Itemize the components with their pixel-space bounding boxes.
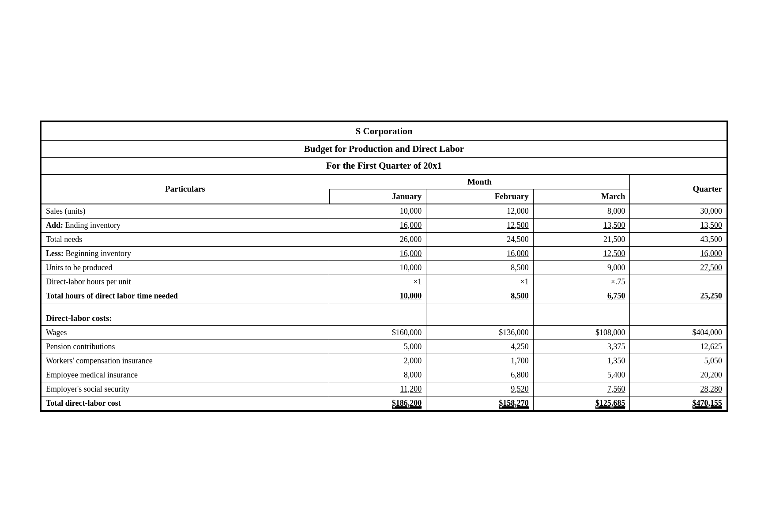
qtr-value: 27,500 xyxy=(630,260,727,275)
mar-value: 7,560 xyxy=(533,382,630,396)
row-label: Pension contributions xyxy=(41,340,329,354)
table-row: Units to be produced 10,000 8,500 9,000 … xyxy=(41,260,727,275)
jan-value: 2,000 xyxy=(329,354,426,368)
jan-value: 10,000 xyxy=(329,204,426,219)
feb-value: 6,800 xyxy=(426,368,533,382)
jan-value: 5,000 xyxy=(329,340,426,354)
table-row: Wages $160,000 $136,000 $108,000 $404,00… xyxy=(41,325,727,340)
row-label: Total hours of direct labor time needed xyxy=(41,289,329,303)
blank-cell xyxy=(41,303,329,311)
total-label: Total direct-labor cost xyxy=(41,396,329,411)
blank-cell xyxy=(426,303,533,311)
mar-value: 6,750 xyxy=(533,289,630,303)
qtr-value: 43,500 xyxy=(630,232,727,246)
table-row: Workers' compensation insurance 2,000 1,… xyxy=(41,354,727,368)
mar-value: 1,350 xyxy=(533,354,630,368)
jan-value: $160,000 xyxy=(329,325,426,340)
title-row-2: Budget for Production and Direct Labor xyxy=(41,140,727,157)
total-mar: $125,685 xyxy=(533,396,630,411)
table-row: Total needs 26,000 24,500 21,500 43,500 xyxy=(41,232,727,246)
budget-table: S Corporation Budget for Production and … xyxy=(41,121,727,411)
feb-value: 12,500 xyxy=(426,218,533,232)
row-label: Units to be produced xyxy=(41,260,329,275)
row-label: Employee medical insurance xyxy=(41,368,329,382)
title-line2: Budget for Production and Direct Labor xyxy=(41,140,727,157)
qtr-value: 12,625 xyxy=(630,340,727,354)
jan-value: 10,000 xyxy=(329,289,426,303)
qtr-value: 30,000 xyxy=(630,204,727,219)
jan-value: 10,000 xyxy=(329,260,426,275)
section-label: Direct-labor costs: xyxy=(41,311,329,325)
row-label: Wages xyxy=(41,325,329,340)
row-label: Total needs xyxy=(41,232,329,246)
feb-value: 1,700 xyxy=(426,354,533,368)
row-label: Sales (units) xyxy=(41,204,329,219)
blank-cell xyxy=(426,311,533,325)
qtr-value: 5,050 xyxy=(630,354,727,368)
blank-cell xyxy=(329,303,426,311)
qtr-value: 13,500 xyxy=(630,218,727,232)
qtr-value: 16,000 xyxy=(630,246,727,260)
qtr-value: 28,280 xyxy=(630,382,727,396)
qtr-value: 20,200 xyxy=(630,368,727,382)
jan-value: 8,000 xyxy=(329,368,426,382)
jan-value: 16,000 xyxy=(329,246,426,260)
title-line3: For the First Quarter of 20x1 xyxy=(41,157,727,174)
february-header: February xyxy=(426,189,533,204)
march-header: March xyxy=(533,189,630,204)
blank-cell xyxy=(533,303,630,311)
feb-value: 24,500 xyxy=(426,232,533,246)
total-row: Total direct-labor cost $186,200 $158,27… xyxy=(41,396,727,411)
blank-cell xyxy=(630,311,727,325)
feb-value: 9,520 xyxy=(426,382,533,396)
feb-value: 12,000 xyxy=(426,204,533,219)
feb-value: 8,500 xyxy=(426,260,533,275)
table-row: Pension contributions 5,000 4,250 3,375 … xyxy=(41,340,727,354)
mar-value: 12,500 xyxy=(533,246,630,260)
row-label: Direct-labor hours per unit xyxy=(41,275,329,289)
row-label: Add: Ending inventory xyxy=(41,218,329,232)
blank-cell xyxy=(329,311,426,325)
january-header: January xyxy=(329,189,426,204)
mar-value: 9,000 xyxy=(533,260,630,275)
table-body: Sales (units) 10,000 12,000 8,000 30,000… xyxy=(41,204,727,411)
section-header-row: Direct-labor costs: xyxy=(41,311,727,325)
table-row: Total hours of direct labor time needed … xyxy=(41,289,727,303)
feb-value: ×1 xyxy=(426,275,533,289)
mar-value: 5,400 xyxy=(533,368,630,382)
mar-value: 3,375 xyxy=(533,340,630,354)
jan-value: 26,000 xyxy=(329,232,426,246)
total-qtr: $470,155 xyxy=(630,396,727,411)
jan-value: 16,000 xyxy=(329,218,426,232)
month-group-header: Month xyxy=(329,174,630,189)
table-row: Employer's social security 11,200 9,520 … xyxy=(41,382,727,396)
mar-value: ×.75 xyxy=(533,275,630,289)
feb-value: 8,500 xyxy=(426,289,533,303)
row-label: Less: Beginning inventory xyxy=(41,246,329,260)
qtr-value: $404,000 xyxy=(630,325,727,340)
qtr-value xyxy=(630,275,727,289)
table-row: Add: Ending inventory 16,000 12,500 13,5… xyxy=(41,218,727,232)
month-group-row: Particulars Month Quarter xyxy=(41,174,727,189)
qtr-value: 25,250 xyxy=(630,289,727,303)
blank-cell xyxy=(533,311,630,325)
feb-value: $136,000 xyxy=(426,325,533,340)
row-label: Employer's social security xyxy=(41,382,329,396)
mar-value: 13,500 xyxy=(533,218,630,232)
title-row-1: S Corporation xyxy=(41,122,727,141)
title-line1: S Corporation xyxy=(41,122,727,141)
total-jan: $186,200 xyxy=(329,396,426,411)
feb-value: 16,000 xyxy=(426,246,533,260)
row-label: Workers' compensation insurance xyxy=(41,354,329,368)
mar-value: 21,500 xyxy=(533,232,630,246)
budget-table-wrapper: S Corporation Budget for Production and … xyxy=(40,121,728,412)
table-row: Employee medical insurance 8,000 6,800 5… xyxy=(41,368,727,382)
blank-cell xyxy=(630,303,727,311)
total-feb: $158,270 xyxy=(426,396,533,411)
table-row: Less: Beginning inventory 16,000 16,000 … xyxy=(41,246,727,260)
table-row: Sales (units) 10,000 12,000 8,000 30,000 xyxy=(41,204,727,219)
jan-value: ×1 xyxy=(329,275,426,289)
title-row-3: For the First Quarter of 20x1 xyxy=(41,157,727,174)
quarter-header: Quarter xyxy=(630,174,727,204)
particulars-header: Particulars xyxy=(41,174,329,204)
